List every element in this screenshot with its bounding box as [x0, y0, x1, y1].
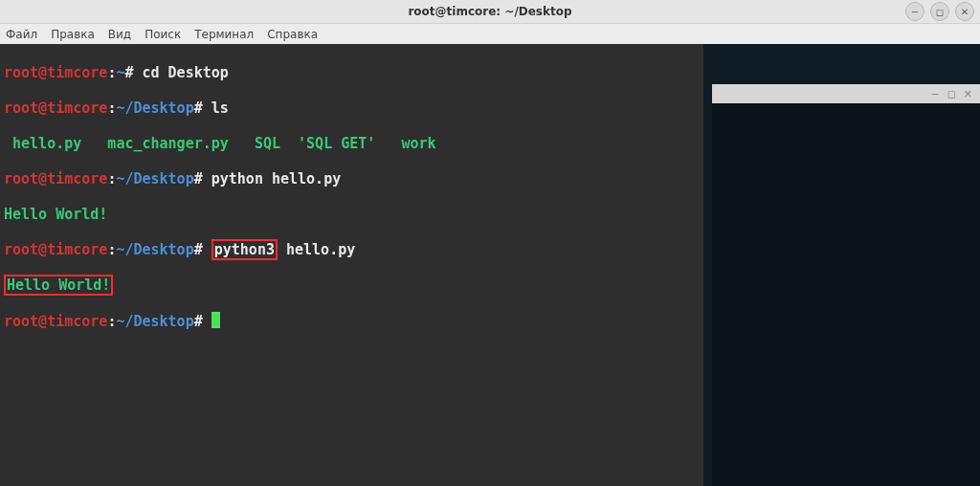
command-text: hello.py	[278, 241, 355, 258]
menu-file[interactable]: Файл	[6, 28, 37, 41]
terminal-line: Hello World!	[4, 276, 701, 295]
background-window-titlebar: − ◻ ✕	[712, 84, 980, 103]
terminal-line: root@timcore:~/Desktop#python3 hello.py	[4, 241, 701, 259]
menubar: Файл Правка Вид Поиск Терминал Справка	[0, 24, 980, 46]
bg-minimize-icon: −	[930, 88, 939, 100]
command-text: ls	[212, 99, 229, 117]
prompt-path: ~/Desktop	[116, 99, 193, 117]
bg-maximize-icon: ◻	[947, 88, 956, 100]
prompt-symbol: #	[194, 313, 203, 330]
prompt-symbol: #	[194, 170, 203, 188]
minimize-button[interactable]: −	[905, 2, 924, 21]
menu-terminal[interactable]: Терминал	[194, 28, 254, 41]
highlighted-command: python3	[212, 239, 278, 260]
prompt-symbol: #	[194, 99, 203, 117]
prompt-path: ~/Desktop	[116, 313, 193, 330]
terminal[interactable]: root@timcore:~#cd Desktop root@timcore:~…	[0, 44, 703, 486]
command-text: python hello.py	[212, 170, 341, 188]
terminal-line: root@timcore:~/Desktop#python hello.py	[4, 170, 701, 188]
window-title: root@timcore: ~/Desktop	[0, 5, 980, 18]
cursor-icon	[212, 312, 220, 328]
menu-view[interactable]: Вид	[108, 28, 131, 41]
prompt-user: root@timcore	[4, 64, 107, 81]
terminal-line: root@timcore:~/Desktop#ls	[4, 99, 701, 118]
desktop-area: − ◻ ✕ root@timcore:~#cd Desktop root@tim…	[0, 44, 980, 486]
command-text: cd Desktop	[142, 64, 228, 81]
prompt-path: ~/Desktop	[116, 170, 193, 188]
close-button[interactable]: ✕	[955, 2, 974, 21]
terminal-output: Hello World!	[4, 206, 701, 224]
menu-edit[interactable]: Правка	[51, 28, 95, 41]
terminal-line: root@timcore:~#cd Desktop	[4, 64, 701, 82]
prompt-symbol: #	[124, 64, 133, 81]
prompt-path: ~/Desktop	[116, 241, 193, 258]
menu-search[interactable]: Поиск	[145, 28, 181, 41]
background-window: − ◻ ✕	[712, 84, 980, 486]
menu-help[interactable]: Справка	[267, 28, 318, 41]
prompt-user: root@timcore	[4, 241, 107, 258]
prompt-user: root@timcore	[4, 313, 107, 330]
terminal-line: root@timcore:~/Desktop#	[4, 312, 701, 331]
prompt-user: root@timcore	[4, 99, 107, 117]
prompt-user: root@timcore	[4, 170, 107, 188]
terminal-output: hello.py mac_changer.py SQL 'SQL GET' wo…	[4, 135, 701, 153]
titlebar: root@timcore: ~/Desktop − ◻ ✕	[0, 0, 980, 24]
maximize-button[interactable]: ◻	[930, 2, 949, 21]
bg-close-icon: ✕	[964, 88, 972, 100]
prompt-symbol: #	[194, 241, 203, 258]
window-controls: − ◻ ✕	[905, 2, 974, 21]
highlighted-output: Hello World!	[4, 275, 113, 296]
